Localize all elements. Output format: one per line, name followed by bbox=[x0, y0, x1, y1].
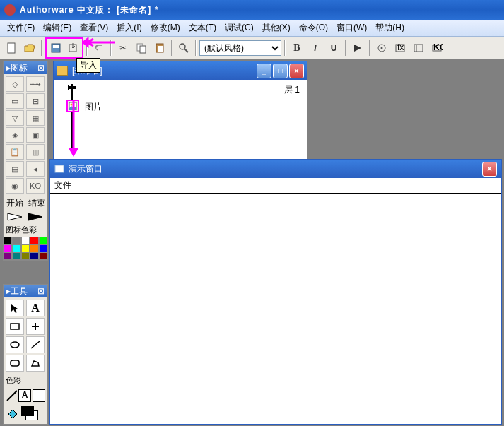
import-button[interactable] bbox=[64, 40, 81, 57]
framework-icon[interactable]: ▦ bbox=[26, 110, 45, 126]
presentation-close-button[interactable]: × bbox=[482, 162, 497, 177]
variables-button[interactable] bbox=[410, 40, 427, 57]
svg-rect-7 bbox=[158, 46, 163, 52]
app-title: Authorware 中文版： [未命名] * bbox=[20, 4, 158, 16]
style-select[interactable]: (默认风格) bbox=[199, 40, 281, 56]
digital-movie-icon[interactable]: ▤ bbox=[6, 161, 24, 177]
line-tool[interactable] bbox=[26, 318, 45, 335]
separator bbox=[41, 40, 42, 56]
start-flag-icon[interactable] bbox=[6, 212, 25, 222]
tools-panel-title[interactable]: ▸ 工具 ⊠ bbox=[4, 285, 47, 297]
color-swatch[interactable] bbox=[39, 244, 47, 252]
flowline-area[interactable]: 图片 层 1 bbox=[54, 80, 307, 159]
motion-icon[interactable]: ⟿ bbox=[26, 76, 45, 92]
color-swatch[interactable] bbox=[21, 244, 30, 252]
menu-view[interactable]: 查看(V) bbox=[76, 20, 112, 35]
pointer-tool[interactable] bbox=[6, 300, 24, 316]
color-swatch[interactable] bbox=[12, 252, 20, 260]
text-color-icon[interactable]: A bbox=[18, 389, 31, 402]
svg-rect-5 bbox=[140, 46, 146, 53]
fill-bg-icon[interactable] bbox=[33, 389, 45, 402]
fg-bg-color-icon[interactable] bbox=[21, 406, 41, 422]
menu-debug[interactable]: 调试(C) bbox=[221, 20, 258, 35]
color-swatch[interactable] bbox=[39, 252, 47, 260]
undo-button[interactable] bbox=[90, 40, 107, 57]
menu-window[interactable]: 窗口(W) bbox=[332, 20, 371, 35]
menu-file[interactable]: 文件(F) bbox=[3, 20, 39, 35]
color-swatch[interactable] bbox=[4, 244, 12, 252]
bucket-icon[interactable] bbox=[6, 407, 20, 421]
display-icon-node[interactable] bbox=[66, 100, 79, 112]
color-swatch[interactable] bbox=[4, 252, 12, 260]
menubar: 文件(F) 编辑(E) 查看(V) 插入(I) 修改(M) 文本(T) 调试(C… bbox=[0, 20, 504, 37]
display-icon[interactable]: ◇ bbox=[6, 76, 24, 92]
knowledge-button[interactable]: KO bbox=[428, 40, 445, 57]
separator bbox=[369, 40, 370, 56]
cut-button[interactable]: ✂ bbox=[115, 40, 131, 57]
italic-button[interactable]: I bbox=[307, 40, 324, 57]
erase-icon[interactable]: ▭ bbox=[6, 93, 24, 109]
separator bbox=[86, 40, 88, 56]
minimize-button[interactable]: _ bbox=[257, 64, 271, 78]
color-swatch[interactable] bbox=[12, 237, 20, 244]
menu-help[interactable]: 帮助(H) bbox=[371, 20, 409, 35]
color-swatch[interactable] bbox=[12, 244, 20, 252]
decision-icon[interactable]: ◈ bbox=[6, 127, 24, 143]
presentation-titlebar[interactable]: 演示窗口 × bbox=[50, 160, 501, 178]
dvd-icon[interactable]: ◉ bbox=[6, 178, 24, 194]
svg-rect-14 bbox=[414, 45, 423, 52]
color-swatch[interactable] bbox=[21, 237, 30, 244]
color-swatch[interactable] bbox=[30, 237, 38, 244]
menu-edit[interactable]: 编辑(E) bbox=[39, 20, 76, 35]
paste-button[interactable] bbox=[151, 40, 168, 57]
icons-panel-label: 图标 bbox=[11, 62, 28, 74]
map-icon[interactable]: ▥ bbox=[26, 144, 45, 160]
find-button[interactable] bbox=[175, 40, 192, 57]
run-button[interactable] bbox=[349, 40, 366, 57]
panel-close-icon[interactable]: ⊠ bbox=[37, 63, 45, 73]
presentation-icon bbox=[54, 164, 64, 174]
maximize-button[interactable]: □ bbox=[273, 64, 288, 78]
menu-text[interactable]: 文本(T) bbox=[184, 20, 221, 35]
interaction-icon[interactable]: ▣ bbox=[26, 127, 45, 143]
icons-panel-title[interactable]: ▸ 图标 ⊠ bbox=[4, 61, 47, 74]
menu-other[interactable]: 其他(X) bbox=[258, 20, 295, 35]
panel-close-icon[interactable]: ⊠ bbox=[37, 286, 45, 296]
pen-color-icon[interactable] bbox=[6, 389, 17, 402]
save-all-button[interactable] bbox=[47, 40, 64, 57]
color-swatch[interactable] bbox=[30, 244, 38, 252]
node-label[interactable]: 图片 bbox=[85, 101, 102, 113]
ellipse-tool[interactable] bbox=[6, 336, 24, 353]
copy-button[interactable] bbox=[133, 40, 150, 57]
control-panel-button[interactable] bbox=[373, 40, 390, 57]
color-swatch[interactable] bbox=[39, 237, 47, 244]
svg-point-26 bbox=[71, 104, 73, 106]
color-swatch[interactable] bbox=[4, 237, 12, 244]
svg-rect-28 bbox=[55, 165, 64, 172]
close-button[interactable]: × bbox=[289, 64, 304, 78]
open-button[interactable] bbox=[21, 40, 38, 57]
rectangle-tool[interactable] bbox=[6, 318, 24, 335]
new-button[interactable] bbox=[3, 40, 20, 57]
presentation-canvas[interactable] bbox=[50, 194, 501, 424]
rounded-rect-tool[interactable] bbox=[6, 355, 24, 372]
color-swatch[interactable] bbox=[30, 252, 38, 260]
sound-icon[interactable]: ◂ bbox=[26, 161, 45, 177]
underline-button[interactable]: U bbox=[325, 40, 342, 57]
text-tool[interactable]: A bbox=[26, 300, 45, 316]
wait-icon[interactable]: ⊟ bbox=[26, 93, 45, 109]
design-window: [未命名] _ □ × 图片 层 1 bbox=[53, 61, 307, 160]
bold-button[interactable]: B bbox=[288, 40, 305, 57]
presentation-menu-file[interactable]: 文件 bbox=[54, 179, 71, 191]
color-swatch[interactable] bbox=[21, 252, 30, 260]
functions-button[interactable]: fx bbox=[392, 40, 409, 57]
stop-flag-icon[interactable] bbox=[27, 212, 45, 222]
calc-icon[interactable]: 📋 bbox=[6, 144, 24, 160]
diagonal-line-tool[interactable] bbox=[26, 336, 45, 353]
menu-command[interactable]: 命令(O) bbox=[295, 20, 332, 35]
polygon-tool[interactable] bbox=[26, 355, 45, 372]
menu-modify[interactable]: 修改(M) bbox=[146, 20, 184, 35]
navigate-icon[interactable]: ▽ bbox=[6, 110, 24, 126]
menu-insert[interactable]: 插入(I) bbox=[112, 20, 146, 35]
knowledge-object-icon[interactable]: KO bbox=[26, 178, 45, 194]
